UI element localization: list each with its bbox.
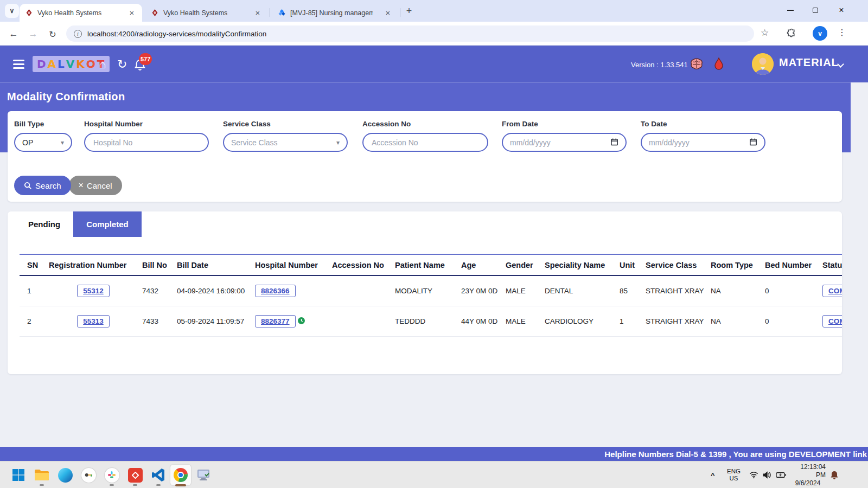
- region-code: US: [729, 475, 738, 482]
- accession-no-label: Accession No: [362, 120, 488, 128]
- tab-search-button[interactable]: ∨: [5, 4, 19, 18]
- calendar-icon[interactable]: [749, 138, 757, 147]
- vyko-favicon: [151, 9, 159, 17]
- window-close-button[interactable]: ×: [829, 0, 854, 21]
- calendar-icon[interactable]: [610, 138, 618, 147]
- hospital-number-link[interactable]: 8826377: [255, 315, 296, 328]
- col-status: Status: [822, 254, 842, 275]
- status-link[interactable]: COMPLETED: [822, 315, 842, 328]
- running-indicator: [110, 484, 114, 486]
- from-date-input[interactable]: mm/dd/yyyy: [502, 133, 627, 152]
- hamburger-menu-icon[interactable]: [13, 60, 24, 71]
- app-header: DALVKOT ⌂ ↻ 577 Version : 1.33.541 MATER…: [0, 46, 868, 82]
- close-tab-icon[interactable]: ×: [253, 8, 263, 18]
- status-link[interactable]: COMPLETED: [822, 285, 842, 297]
- from-date-label: From Date: [502, 120, 627, 128]
- results-card: Pending Completed SN Registration Number…: [8, 211, 842, 374]
- dropdown-arrow-icon: ▾: [61, 139, 64, 146]
- volume-icon[interactable]: [763, 461, 771, 488]
- cell-service-class: STRAIGHT XRAY: [646, 306, 711, 337]
- cell-patient-name: TEDDDD: [395, 306, 461, 337]
- accession-no-input[interactable]: [371, 138, 480, 147]
- close-tab-icon[interactable]: ×: [127, 8, 137, 18]
- battery-icon[interactable]: [776, 461, 787, 488]
- extensions-icon[interactable]: [787, 28, 797, 41]
- bookmark-star-icon[interactable]: ☆: [761, 27, 769, 38]
- to-date-label: To Date: [641, 120, 765, 128]
- col-sn: SN: [20, 254, 49, 275]
- passkey-app-icon[interactable]: [80, 467, 97, 483]
- browser-tab-1[interactable]: Vyko Health Systems ×: [20, 4, 142, 22]
- cancel-button-label: Cancel: [87, 181, 112, 190]
- back-icon[interactable]: ←: [7, 27, 21, 41]
- cell-sn: 1: [20, 275, 49, 306]
- user-menu-label[interactable]: MATERIAL: [779, 56, 839, 69]
- window-restore-button[interactable]: [803, 0, 828, 21]
- chrome-active-slot[interactable]: [170, 465, 191, 485]
- site-info-icon[interactable]: i: [74, 30, 82, 38]
- address-bar[interactable]: i localhost:4200/radiology-services/moda…: [66, 25, 754, 42]
- to-date-placeholder: mm/dd/yyyy: [649, 138, 690, 147]
- remote-desktop-icon[interactable]: [195, 467, 212, 483]
- tray-expand-icon[interactable]: ^: [711, 461, 715, 488]
- chrome-icon: [174, 468, 188, 482]
- bill-type-select[interactable]: OP ▾: [14, 133, 72, 152]
- home-icon[interactable]: ⌂: [99, 59, 106, 70]
- slack-icon[interactable]: [104, 467, 120, 483]
- vscode-icon[interactable]: [150, 467, 167, 483]
- tab-completed[interactable]: Completed: [73, 211, 142, 237]
- cell-accession-no: [332, 275, 395, 306]
- clock-widget[interactable]: 12:13:04 PM 9/6/2024: [790, 461, 826, 488]
- browser-tab-3[interactable]: [MVJ-85] Nursing management ×: [272, 4, 398, 22]
- sync-icon[interactable]: ↻: [117, 59, 127, 70]
- search-button-label: Search: [35, 181, 61, 190]
- bill-type-value: OP: [22, 138, 33, 147]
- running-indicator: [156, 484, 161, 486]
- close-icon: ×: [79, 181, 84, 190]
- search-button[interactable]: Search: [14, 176, 71, 195]
- tray-notifications-icon[interactable]: [830, 461, 839, 488]
- col-bill-no: Bill No: [142, 254, 177, 275]
- col-age: Age: [461, 254, 506, 275]
- cell-gender: MALE: [506, 275, 545, 306]
- file-explorer-icon[interactable]: [34, 467, 50, 483]
- registration-number-link[interactable]: 55312: [77, 285, 110, 297]
- col-hospital-number: Hospital Number: [255, 254, 332, 275]
- running-indicator: [40, 484, 44, 486]
- cell-accession-no: [332, 306, 395, 337]
- browser-menu-icon[interactable]: ⋮: [838, 27, 846, 37]
- cell-room-type: NA: [711, 275, 765, 306]
- cell-gender: MALE: [506, 306, 545, 337]
- new-tab-button[interactable]: +: [403, 4, 416, 17]
- hospital-number-link[interactable]: 8826366: [255, 285, 296, 297]
- user-avatar[interactable]: [752, 53, 774, 75]
- table-row: 2 55313 7433 05-09-2024 11:09:57 8826377…: [20, 306, 842, 337]
- url-text: localhost:4200/radiology-services/modali…: [87, 30, 266, 38]
- to-date-input[interactable]: mm/dd/yyyy: [641, 133, 765, 152]
- service-class-select[interactable]: Service Class ▾: [223, 133, 348, 152]
- col-accession-no: Accession No: [332, 254, 395, 275]
- tab-pending[interactable]: Pending: [15, 211, 73, 237]
- tab-title: [MVJ-85] Nursing management: [290, 9, 373, 17]
- col-service-class: Service Class: [646, 254, 711, 275]
- hospital-number-field[interactable]: [84, 133, 209, 152]
- window-minimize-button[interactable]: [778, 0, 803, 21]
- forward-icon[interactable]: →: [26, 27, 40, 41]
- accession-no-field[interactable]: [362, 133, 488, 152]
- browser-tab-2[interactable]: Vyko Health Systems ×: [145, 4, 268, 22]
- registration-number-link[interactable]: 55313: [77, 315, 110, 328]
- dropdown-arrow-icon: ▾: [336, 139, 340, 146]
- reload-icon[interactable]: ↻: [46, 27, 60, 41]
- close-tab-icon[interactable]: ×: [383, 8, 393, 18]
- browser-profile-avatar[interactable]: v: [813, 26, 827, 41]
- wifi-icon[interactable]: [749, 461, 758, 488]
- blood-drop-icon[interactable]: [714, 57, 724, 73]
- edge-browser-icon[interactable]: [57, 467, 73, 483]
- hospital-number-input[interactable]: [92, 138, 201, 147]
- cancel-button[interactable]: × Cancel: [69, 176, 122, 195]
- brain-icon[interactable]: [690, 57, 704, 73]
- red-app-icon[interactable]: [127, 467, 143, 483]
- windows-start-button[interactable]: [10, 467, 27, 483]
- helpline-bar: Helpline Numbers Dial-5 & 1399 , You are…: [0, 447, 868, 461]
- language-indicator[interactable]: ENG US: [727, 461, 741, 488]
